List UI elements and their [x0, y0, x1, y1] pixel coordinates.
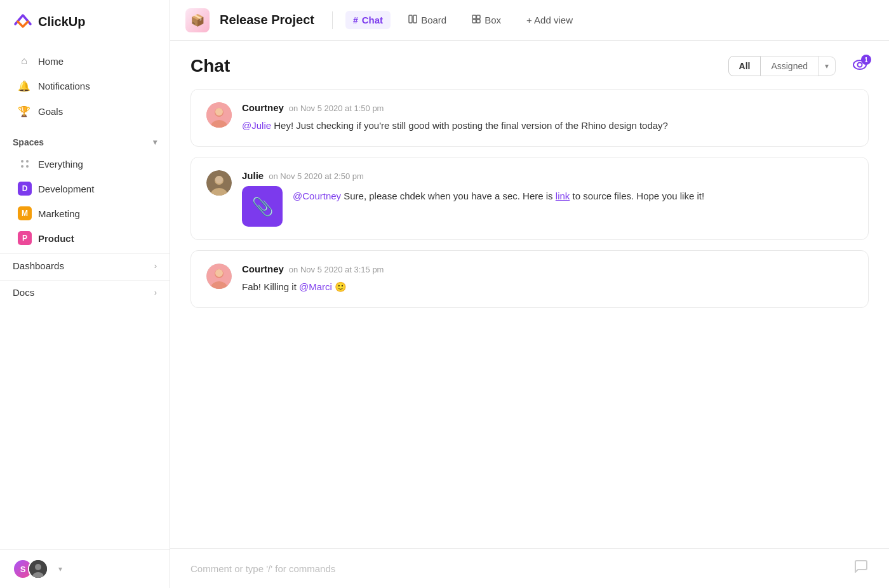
- tab-chat-label: Chat: [362, 15, 383, 25]
- message-card: Julie on Nov 5 2020 at 2:50 pm 📎 @Courtn…: [190, 157, 869, 240]
- message-card: Courtney on Nov 5 2020 at 3:15 pm Fab! K…: [190, 250, 869, 308]
- svg-point-2: [26, 160, 29, 163]
- avatar-stack: S: [13, 559, 48, 579]
- message-content: Hey! Just checking if you're still good …: [271, 120, 668, 131]
- add-view-button[interactable]: + Add view: [519, 11, 580, 29]
- dashboards-chevron-icon: ›: [154, 261, 157, 271]
- svg-point-15: [858, 63, 862, 67]
- message-body: Courtney on Nov 5 2020 at 1:50 pm @Julie…: [242, 102, 853, 133]
- svg-rect-13: [477, 20, 481, 23]
- logo[interactable]: ClickUp: [0, 0, 170, 43]
- sidebar-item-development[interactable]: D Development: [5, 177, 164, 201]
- sidebar-item-development-label: Development: [38, 184, 94, 194]
- svg-point-4: [26, 165, 29, 168]
- svg-point-3: [21, 165, 23, 168]
- messages-list: Courtney on Nov 5 2020 at 1:50 pm @Julie…: [190, 89, 869, 548]
- development-badge: D: [18, 182, 32, 196]
- home-icon: ⌂: [18, 55, 30, 67]
- spaces-chevron-icon[interactable]: ▾: [153, 138, 157, 147]
- tab-chat[interactable]: # Chat: [345, 11, 391, 29]
- tab-divider: [332, 11, 333, 29]
- avatar-j: [28, 559, 48, 579]
- message-meta: Julie on Nov 5 2020 at 2:50 pm: [242, 170, 853, 181]
- chat-content: Chat All Assigned ▾ 1: [170, 41, 889, 588]
- mention-julie[interactable]: @Julie: [242, 120, 271, 131]
- sidebar-item-marketing-label: Marketing: [38, 208, 80, 219]
- attachment-text: @Courtney Sure, please chdek when you ha…: [293, 186, 704, 204]
- message-meta: Courtney on Nov 5 2020 at 3:15 pm: [242, 264, 853, 274]
- chat-header: Chat All Assigned ▾ 1: [190, 56, 869, 76]
- message-meta: Courtney on Nov 5 2020 at 1:50 pm: [242, 102, 853, 113]
- watch-button[interactable]: 1: [851, 57, 869, 75]
- hash-icon: #: [353, 15, 358, 25]
- sidebar-item-product[interactable]: P Product: [5, 226, 164, 250]
- everything-icon: [18, 157, 32, 171]
- svg-point-19: [215, 108, 223, 116]
- message-time: on Nov 5 2020 at 2:50 pm: [269, 171, 364, 181]
- tab-box[interactable]: Box: [464, 11, 509, 29]
- filter-group: All Assigned ▾: [728, 56, 836, 76]
- marketing-badge: M: [18, 206, 32, 220]
- mention-marci[interactable]: @Marci: [299, 281, 332, 292]
- topbar: 📦 Release Project # Chat Board: [170, 0, 889, 41]
- sidebar-item-everything-label: Everything: [38, 159, 83, 170]
- sidebar-item-goals[interactable]: 🏆 Goals: [5, 99, 164, 124]
- sidebar-item-goals-label: Goals: [38, 106, 63, 117]
- message-author: Courtney: [242, 102, 284, 113]
- sidebar: ClickUp ⌂ Home 🔔 Notifications 🏆 Goals S…: [0, 0, 170, 588]
- comment-placeholder[interactable]: Comment or type '/' for commands: [190, 563, 335, 574]
- sidebar-footer: S ▾: [0, 549, 170, 588]
- chat-title: Chat: [190, 56, 230, 76]
- attachment-block: 📎 @Courtney Sure, please chdek when you …: [242, 186, 853, 227]
- docs-chevron-icon: ›: [154, 288, 157, 297]
- svg-rect-8: [409, 15, 412, 23]
- sidebar-item-docs[interactable]: Docs ›: [0, 280, 170, 304]
- mention-courtney[interactable]: @Courtney: [293, 190, 341, 201]
- main-content: 📦 Release Project # Chat Board: [170, 0, 889, 588]
- box-icon: [472, 15, 481, 25]
- svg-point-6: [35, 564, 41, 570]
- attachment-icon: 📎: [242, 186, 283, 227]
- filter-assigned-button[interactable]: Assigned: [761, 56, 819, 76]
- sidebar-item-notifications[interactable]: 🔔 Notifications: [5, 74, 164, 98]
- sidebar-item-notifications-label: Notifications: [38, 81, 90, 91]
- message-author: Julie: [242, 170, 264, 181]
- message-content-after: to source files. Hope you like it!: [570, 190, 704, 201]
- spaces-list: Everything D Development M Marketing P P…: [0, 151, 170, 251]
- comment-bar: Comment or type '/' for commands: [170, 548, 889, 588]
- tab-board[interactable]: Board: [401, 11, 454, 29]
- filter-all-button[interactable]: All: [728, 56, 761, 76]
- svg-rect-11: [477, 15, 481, 19]
- bell-icon: 🔔: [18, 80, 30, 92]
- message-time: on Nov 5 2020 at 1:50 pm: [289, 104, 384, 113]
- trophy-icon: 🏆: [18, 105, 30, 117]
- message-text: Fab! Killing it @Marci 🙂: [242, 279, 853, 295]
- project-icon: 📦: [185, 8, 210, 32]
- docs-label: Docs: [13, 287, 34, 298]
- message-author: Courtney: [242, 264, 284, 274]
- filter-chevron-button[interactable]: ▾: [819, 57, 836, 76]
- add-view-label: + Add view: [526, 15, 573, 25]
- sidebar-item-marketing[interactable]: M Marketing: [5, 201, 164, 225]
- dashboards-label: Dashboards: [13, 260, 64, 271]
- sidebar-item-dashboards[interactable]: Dashboards ›: [0, 253, 170, 277]
- spaces-label: Spaces: [13, 137, 44, 147]
- watch-count-badge: 1: [861, 55, 871, 65]
- comment-chat-icon: [853, 559, 869, 578]
- svg-point-27: [215, 269, 223, 277]
- sidebar-item-home-label: Home: [38, 56, 64, 67]
- sidebar-item-home[interactable]: ⌂ Home: [5, 49, 164, 73]
- svg-point-23: [215, 176, 223, 184]
- svg-rect-12: [472, 20, 476, 23]
- board-icon: [408, 15, 417, 25]
- tab-board-label: Board: [421, 15, 446, 25]
- sidebar-item-everything[interactable]: Everything: [5, 152, 164, 176]
- message-link[interactable]: link: [556, 190, 570, 201]
- sidebar-item-product-label: Product: [38, 233, 74, 244]
- logo-text: ClickUp: [38, 15, 85, 29]
- message-card: Courtney on Nov 5 2020 at 1:50 pm @Julie…: [190, 89, 869, 147]
- message-text: @Julie Hey! Just checking if you're stil…: [242, 118, 853, 133]
- svg-point-1: [21, 160, 23, 163]
- project-title: Release Project: [220, 13, 314, 27]
- footer-chevron-icon[interactable]: ▾: [58, 565, 62, 573]
